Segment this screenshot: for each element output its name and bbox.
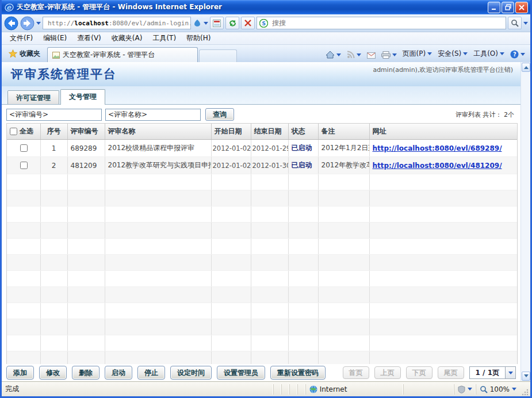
zoom-magnifier-icon: [480, 385, 488, 393]
protected-mode-icon: [458, 385, 465, 393]
menu-file[interactable]: 文件(F): [5, 32, 37, 44]
start-button[interactable]: 启动: [105, 366, 132, 380]
zoom-dropdown-icon: [512, 388, 516, 393]
safety-menu-button[interactable]: 安全(S): [435, 47, 470, 62]
menu-favorites[interactable]: 收藏夹(A): [107, 32, 147, 44]
empty-row: [7, 287, 518, 303]
print-button[interactable]: [378, 49, 400, 62]
home-dropdown-icon[interactable]: [336, 53, 341, 59]
add-button[interactable]: 添加: [6, 366, 34, 380]
history-dropdown-icon[interactable]: [36, 22, 41, 27]
query-button[interactable]: 查询: [205, 108, 234, 121]
read-mail-button[interactable]: [364, 50, 378, 62]
new-tab-stub[interactable]: [199, 49, 237, 62]
filter-row: 查询 评审列表 共计： 2个: [2, 105, 530, 122]
scroll-down-button[interactable]: [522, 372, 530, 381]
feeds-dropdown-icon[interactable]: [357, 53, 361, 59]
title-bar: e 天空教室-评审系统 - 管理平台 - Windows Internet Ex…: [2, 0, 530, 14]
search-options-dropdown-icon[interactable]: [523, 22, 528, 27]
page-content: 评审系统管理平台 admin(admin),欢迎访问评审系统管理平台(注销) 许…: [2, 62, 530, 381]
restore-button[interactable]: [502, 2, 514, 13]
page-select-dropdown-icon[interactable]: [505, 367, 515, 378]
favorites-button[interactable]: 收藏夹: [4, 47, 45, 62]
ie-logo-icon: e: [5, 3, 14, 12]
address-field[interactable]: http://localhost:8080/evl/admin-login.do: [43, 17, 191, 29]
table-header-row: 全选 序号 评审编号 评审名称 开始日期 结束日期 状态 备注 网址: [7, 124, 518, 140]
forward-button[interactable]: [20, 16, 35, 30]
svg-text:S: S: [262, 21, 266, 26]
page-header: 评审系统管理平台 admin(admin),欢迎访问评审系统管理平台(注销): [2, 62, 530, 86]
address-bar: http://localhost:8080/evl/admin-login.do…: [2, 14, 530, 32]
mail-icon: [367, 52, 376, 59]
address-dropdown-icon[interactable]: [204, 22, 208, 27]
stop-button[interactable]: [241, 17, 255, 29]
quick-tabs-button[interactable]: [210, 17, 224, 29]
close-button[interactable]: [515, 2, 528, 13]
window-title: 天空教室-评审系统 - 管理平台 - Windows Internet Expl…: [17, 2, 488, 12]
refresh-button[interactable]: [225, 17, 239, 29]
review-id-input[interactable]: [6, 109, 102, 121]
stop-button-action[interactable]: 停止: [137, 366, 165, 380]
module-tabs: 许可证管理 文号管理: [2, 86, 530, 105]
status-text: 完成: [5, 384, 19, 394]
back-button[interactable]: [4, 16, 18, 30]
menu-edit[interactable]: 编辑(E): [39, 32, 71, 44]
tab-license-management[interactable]: 许可证管理: [7, 90, 59, 104]
tab-document-management[interactable]: 文号管理: [60, 89, 105, 105]
favorites-feed-icon[interactable]: [193, 18, 202, 28]
print-dropdown-icon[interactable]: [392, 53, 397, 59]
first-page-button[interactable]: 首页: [343, 366, 369, 379]
menu-bar: 文件(F) 编辑(E) 查看(V) 收藏夹(A) 工具(T) 帮助(H): [2, 32, 530, 45]
set-admin-button[interactable]: 设置管理员: [217, 366, 265, 380]
help-menu-button[interactable]: ?: [507, 48, 528, 62]
menu-tools[interactable]: 工具(T): [148, 32, 181, 44]
prev-page-button[interactable]: 上页: [374, 366, 401, 379]
tools-dropdown-icon: [500, 52, 504, 58]
minimize-button[interactable]: [488, 2, 500, 13]
set-time-button[interactable]: 设定时间: [170, 366, 212, 380]
review-url-link[interactable]: http://localhost:8080/evl/689289/: [373, 144, 502, 152]
empty-row: [7, 190, 518, 206]
delete-button[interactable]: 删除: [72, 366, 99, 380]
row-checkbox[interactable]: [20, 162, 28, 169]
browser-tab[interactable]: 天空教室-评审系统 - 管理平台: [47, 47, 198, 62]
tab-page-icon: [52, 52, 60, 59]
modify-button[interactable]: 修改: [39, 366, 67, 380]
magnifier-icon: [511, 19, 519, 27]
scroll-up-button[interactable]: [522, 63, 530, 72]
internet-zone-icon: [309, 385, 317, 393]
status-badge: 已启动: [288, 157, 318, 174]
search-button[interactable]: [508, 17, 522, 29]
svg-text:e: e: [6, 3, 12, 12]
zoom-control[interactable]: 100%: [476, 384, 520, 395]
web-search-input[interactable]: [271, 18, 503, 28]
rss-icon: [347, 51, 355, 59]
next-page-button[interactable]: 下页: [406, 366, 433, 379]
printer-icon: [381, 51, 391, 59]
protected-mode-control[interactable]: [454, 384, 476, 395]
row-checkbox[interactable]: [20, 144, 28, 152]
tools-menu-button[interactable]: 工具(O): [470, 47, 507, 62]
feeds-button[interactable]: [344, 48, 364, 62]
menu-help[interactable]: 帮助(H): [182, 32, 215, 44]
menu-view[interactable]: 查看(V): [72, 32, 106, 44]
page-dropdown-icon: [427, 52, 432, 58]
home-button[interactable]: [323, 48, 344, 62]
empty-row: [7, 223, 518, 239]
select-all-checkbox[interactable]: [10, 128, 17, 135]
page-title: 评审系统管理平台: [11, 66, 117, 82]
empty-row: [7, 239, 518, 255]
review-url-link[interactable]: http://localhost:8080/evl/481209/: [373, 162, 502, 170]
reset-password-button[interactable]: 重新设置密码: [270, 366, 326, 380]
web-search-box[interactable]: S: [257, 17, 506, 29]
page-menu-button[interactable]: 页面(P): [400, 47, 435, 62]
last-page-button[interactable]: 尾页: [438, 366, 464, 379]
review-name-input[interactable]: [105, 109, 201, 121]
soso-logo-icon: S: [259, 19, 268, 28]
vertical-scrollbar[interactable]: [520, 62, 530, 381]
status-badge: 已启动: [288, 140, 318, 157]
resize-grip-icon[interactable]: [521, 388, 529, 396]
page-select[interactable]: 1 / 1页: [469, 366, 516, 379]
welcome-text[interactable]: admin(admin),欢迎访问评审系统管理平台(注销): [373, 66, 513, 74]
favorites-bar: 收藏夹 天空教室-评审系统 - 管理平台: [2, 45, 530, 62]
